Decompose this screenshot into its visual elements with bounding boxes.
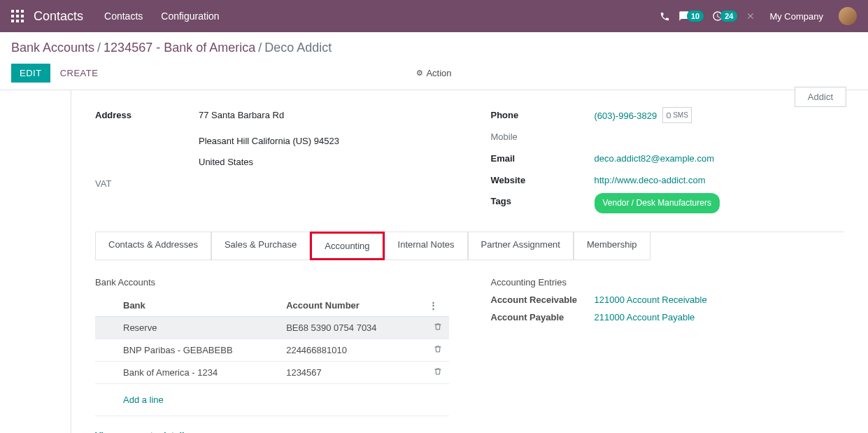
messages-badge: 10 — [687, 10, 704, 22]
sms-label: SMS — [673, 108, 688, 122]
tab-contacts[interactable]: Contacts & Addresses — [95, 232, 211, 260]
svg-rect-6 — [11, 20, 14, 22]
tab-notes[interactable]: Internal Notes — [385, 232, 468, 260]
tabs: Contacts & Addresses Sales & Purchase Ac… — [95, 232, 844, 260]
activities-badge: 24 — [720, 10, 737, 22]
add-line-row: Add a line — [95, 384, 449, 416]
bank-accounts-table: Bank Account Number ⋮ Reserve BE68 5390 … — [95, 294, 449, 416]
control-panel: Bank Accounts/1234567 - Bank of America/… — [0, 32, 868, 90]
activities-icon[interactable]: 24 — [712, 10, 737, 22]
svg-rect-4 — [16, 15, 19, 17]
app-title[interactable]: Contacts — [34, 9, 83, 24]
apps-icon[interactable] — [11, 10, 24, 22]
phone-value[interactable]: (603)-996-3829SMS — [595, 107, 845, 125]
topbar: Contacts Contacts Configuration 10 24 My… — [0, 0, 868, 32]
breadcrumb-current: Deco Addict — [264, 41, 332, 55]
create-button[interactable]: CREATE — [60, 68, 99, 78]
svg-rect-9 — [667, 113, 671, 118]
svg-rect-3 — [11, 15, 14, 17]
vat-label: VAT — [95, 176, 199, 193]
number-cell: 1234567 — [279, 362, 417, 384]
tags-label: Tags — [491, 193, 595, 213]
bank-cell: Bank of America - 1234 — [116, 362, 279, 384]
nav-contacts[interactable]: Contacts — [104, 10, 143, 22]
address-street: 77 Santa Barbara Rd — [199, 107, 449, 125]
tag-vendor[interactable]: Vendor / Desk Manufacturers — [595, 193, 720, 213]
breadcrumb-level2[interactable]: 1234567 - Bank of America — [104, 41, 255, 55]
bank-accounts-title: Bank Accounts — [95, 277, 449, 288]
gear-icon: ⚙ — [416, 69, 423, 78]
bank-cell: BNP Paribas - GEBABEBB — [116, 339, 279, 362]
col-bank: Bank — [116, 294, 279, 317]
tab-sales[interactable]: Sales & Purchase — [211, 232, 310, 260]
svg-rect-7 — [16, 20, 19, 22]
table-row[interactable]: Reserve BE68 5390 0754 7034 — [95, 317, 449, 339]
user-avatar[interactable] — [839, 7, 857, 25]
table-row[interactable]: Bank of America - 1234 1234567 — [95, 362, 449, 384]
trash-icon[interactable] — [434, 368, 442, 378]
svg-rect-5 — [21, 15, 24, 17]
close-icon[interactable] — [746, 11, 755, 21]
vat-value — [199, 176, 449, 193]
receivable-label: Account Receivable — [491, 294, 595, 305]
number-cell: 224466881010 — [279, 339, 417, 362]
address-country: United States — [199, 154, 449, 171]
view-accounts-detail[interactable]: View accounts detail — [95, 430, 449, 433]
tab-partner[interactable]: Partner Assignment — [468, 232, 574, 260]
receivable-value[interactable]: 121000 Account Receivable — [595, 294, 707, 305]
bank-cell: Reserve — [116, 317, 279, 339]
address-label: Address — [95, 107, 199, 125]
breadcrumb: Bank Accounts/1234567 - Bank of America/… — [11, 41, 857, 55]
phone-text: (603)-996-3829 — [595, 111, 657, 121]
col-number: Account Number — [279, 294, 417, 317]
breadcrumb-level1[interactable]: Bank Accounts — [11, 41, 94, 55]
svg-rect-0 — [11, 10, 14, 13]
mobile-label: Mobile — [491, 129, 595, 146]
messages-icon[interactable]: 10 — [678, 10, 704, 22]
company-name[interactable]: My Company — [769, 11, 823, 22]
edit-button[interactable]: EDIT — [11, 64, 50, 83]
table-row[interactable]: BNP Paribas - GEBABEBB 224466881010 — [95, 339, 449, 362]
action-label: Action — [426, 68, 451, 78]
action-dropdown[interactable]: ⚙Action — [416, 68, 451, 78]
number-cell: BE68 5390 0754 7034 — [279, 317, 417, 339]
website-value[interactable]: http://www.deco-addict.com — [595, 172, 845, 190]
sms-button[interactable]: SMS — [662, 107, 692, 123]
mobile-value — [595, 129, 845, 146]
trash-icon[interactable] — [434, 346, 442, 356]
tab-accounting[interactable]: Accounting — [310, 232, 384, 260]
email-label: Email — [491, 150, 595, 168]
phone-label: Phone — [491, 107, 595, 125]
stat-button[interactable]: Addict — [795, 87, 846, 107]
website-label: Website — [491, 172, 595, 190]
table-options-icon[interactable]: ⋮ — [425, 300, 442, 311]
accounting-entries-title: Accounting Entries — [491, 277, 845, 288]
svg-rect-8 — [21, 20, 24, 22]
svg-rect-2 — [21, 10, 24, 13]
payable-value[interactable]: 211000 Account Payable — [595, 312, 695, 322]
phone-icon[interactable] — [660, 11, 670, 22]
add-line-link[interactable]: Add a line — [123, 389, 442, 411]
nav-configuration[interactable]: Configuration — [161, 10, 219, 22]
trash-icon[interactable] — [434, 323, 442, 334]
email-value[interactable]: deco.addict82@example.com — [595, 150, 845, 168]
svg-rect-1 — [16, 10, 19, 13]
tab-membership[interactable]: Membership — [574, 232, 650, 260]
left-rail — [0, 90, 71, 433]
address-city: Pleasant Hill California (US) 94523 — [199, 133, 449, 150]
payable-label: Account Payable — [491, 312, 595, 322]
